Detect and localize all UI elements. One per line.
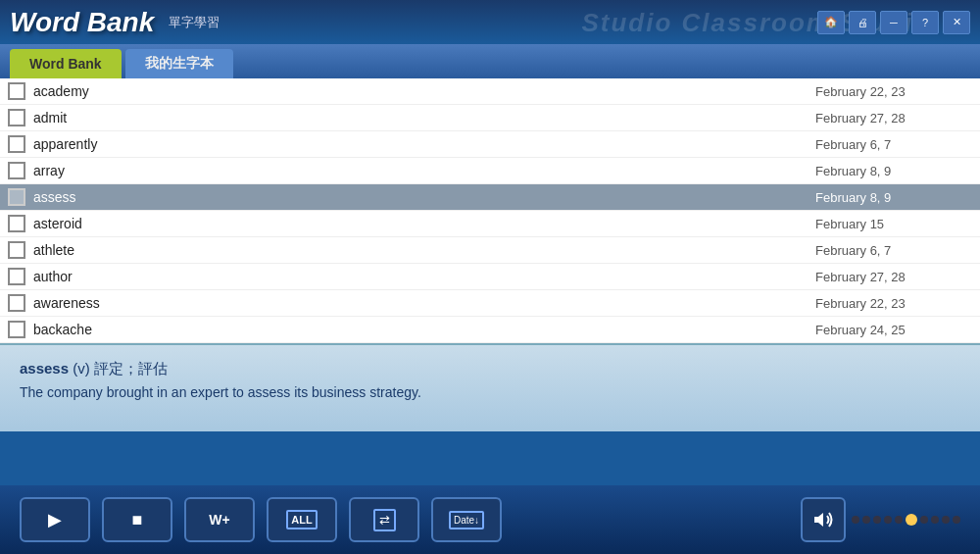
def-meaning: 評定；評估 <box>94 360 168 377</box>
word-checkbox[interactable] <box>8 294 25 312</box>
tab-mywordbook[interactable]: 我的生字本 <box>125 49 233 78</box>
word-name: apparently <box>33 136 815 152</box>
word-name: array <box>33 163 815 178</box>
word-checkbox[interactable] <box>8 268 25 285</box>
volume-button[interactable] <box>801 497 846 542</box>
definition-word: assess (v) 評定；評估 <box>20 360 960 378</box>
close-button[interactable]: ✕ <box>943 11 970 34</box>
volume-icon <box>811 508 835 531</box>
word-name: backache <box>33 322 815 337</box>
word-date: February 22, 23 <box>815 296 972 311</box>
word-name: admit <box>33 110 815 126</box>
shuffle-button[interactable]: ⇄ <box>349 497 419 542</box>
word-checkbox[interactable] <box>8 135 25 153</box>
def-pos: (v) <box>73 360 94 377</box>
word-name: awareness <box>33 295 815 311</box>
minimize-button[interactable]: ─ <box>880 11 907 34</box>
subtitle: 單字學習 <box>169 14 220 31</box>
word-date: February 27, 28 <box>815 111 972 126</box>
add-word-icon: W+ <box>209 512 229 528</box>
volume-segment <box>931 516 939 524</box>
word-checkbox[interactable] <box>8 82 25 100</box>
word-list-container: academy February 22, 23 admit February 2… <box>0 78 980 343</box>
word-name: author <box>33 269 815 284</box>
volume-segment <box>852 516 859 524</box>
volume-segment <box>895 516 903 524</box>
tab-bar: Word Bank 我的生字本 <box>0 44 980 78</box>
window-controls: 🏠 🖨 ─ ? ✕ <box>817 11 970 34</box>
word-row[interactable]: author February 27, 28 <box>0 264 980 290</box>
word-date: February 6, 7 <box>815 243 972 258</box>
stop-button[interactable]: ■ <box>102 497 172 542</box>
word-date: February 15 <box>815 217 972 231</box>
word-row[interactable]: asteroid February 15 <box>0 211 980 237</box>
stop-icon: ■ <box>132 510 143 530</box>
word-list[interactable]: academy February 22, 23 admit February 2… <box>0 78 980 343</box>
volume-segment <box>942 516 950 524</box>
title-left: Word Bank 單字學習 <box>10 7 220 38</box>
volume-area <box>801 497 960 542</box>
word-row[interactable]: athlete February 6, 7 <box>0 237 980 264</box>
word-date: February 27, 28 <box>815 270 972 284</box>
word-checkbox[interactable] <box>8 241 25 259</box>
print-button[interactable]: 🖨 <box>849 11 876 34</box>
select-all-icon: ALL <box>286 510 317 529</box>
word-name: athlete <box>33 242 815 258</box>
add-word-button[interactable]: W+ <box>184 497 255 542</box>
app-title: Word Bank <box>10 7 154 38</box>
help-button[interactable]: ? <box>911 11 939 34</box>
word-row[interactable]: awareness February 22, 23 <box>0 290 980 317</box>
volume-segment <box>953 516 960 524</box>
word-date: February 8, 9 <box>815 164 972 178</box>
word-row[interactable]: backache February 24, 25 <box>0 317 980 343</box>
sort-date-button[interactable]: Date↓ <box>431 497 502 542</box>
word-date: February 8, 9 <box>815 190 972 205</box>
word-checkbox[interactable] <box>8 188 25 206</box>
title-bar: Word Bank 單字學習 Studio Classroom Studio 🏠… <box>0 0 980 44</box>
definition-sentence: The company brought in an expert to asse… <box>20 384 960 400</box>
word-checkbox[interactable] <box>8 321 25 338</box>
tab-wordbank[interactable]: Word Bank <box>10 49 122 78</box>
bottom-toolbar: ▶ ■ W+ ALL ⇄ Date↓ <box>0 485 980 554</box>
word-name: academy <box>33 83 815 99</box>
word-date: February 24, 25 <box>815 323 972 337</box>
word-row[interactable]: assess February 8, 9 <box>0 184 980 211</box>
volume-segment <box>884 516 892 524</box>
svg-marker-0 <box>814 513 823 527</box>
word-checkbox[interactable] <box>8 215 25 232</box>
volume-segment <box>873 516 881 524</box>
definition-area: assess (v) 評定；評估 The company brought in … <box>0 343 980 431</box>
home-button[interactable]: 🏠 <box>817 11 845 34</box>
word-row[interactable]: academy February 22, 23 <box>0 78 980 105</box>
volume-slider[interactable] <box>852 514 960 526</box>
def-word-text: assess <box>20 360 73 377</box>
play-button[interactable]: ▶ <box>20 497 90 542</box>
volume-segment <box>862 516 870 524</box>
word-checkbox[interactable] <box>8 162 25 179</box>
word-name: asteroid <box>33 216 815 231</box>
word-checkbox[interactable] <box>8 109 25 126</box>
word-row[interactable]: admit February 27, 28 <box>0 105 980 131</box>
word-date: February 6, 7 <box>815 137 972 152</box>
word-row[interactable]: apparently February 6, 7 <box>0 131 980 158</box>
volume-segment <box>920 516 928 524</box>
select-all-button[interactable]: ALL <box>267 497 337 542</box>
play-icon: ▶ <box>48 509 62 530</box>
volume-segment <box>906 514 917 526</box>
word-date: February 22, 23 <box>815 84 972 99</box>
sort-date-icon: Date↓ <box>449 511 484 529</box>
word-row[interactable]: array February 8, 9 <box>0 158 980 184</box>
shuffle-icon: ⇄ <box>373 509 396 531</box>
word-name: assess <box>33 189 815 205</box>
